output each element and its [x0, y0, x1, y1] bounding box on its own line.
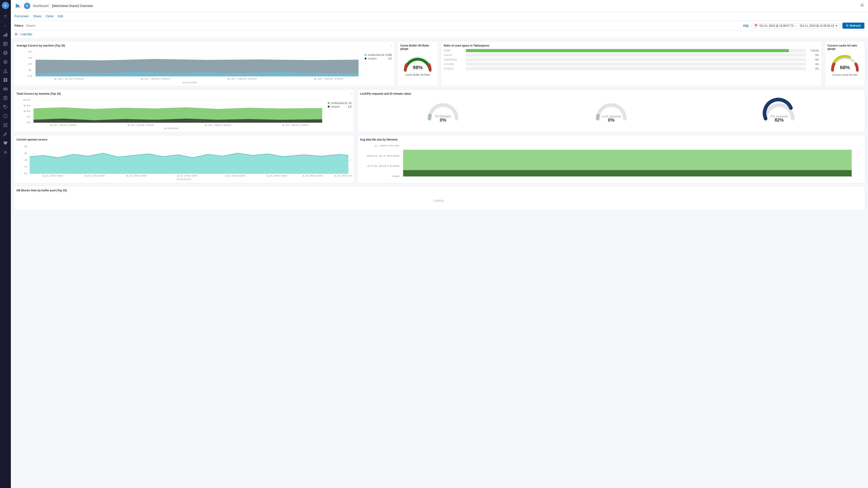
svg-text:0B: 0B — [392, 175, 399, 177]
svg-text:12:20:00: 12:20:00 — [140, 78, 170, 80]
panel-row-4: DB Blocks Gets by buffer pool (Top 10) L… — [13, 186, 865, 210]
ts-row-3: SYSTEM 0% — [444, 63, 819, 66]
svg-line-32 — [4, 126, 5, 126]
sidebar-icon-stack[interactable] — [1, 85, 9, 93]
search-input[interactable] — [26, 24, 741, 27]
sidebar-icon-tag[interactable] — [1, 103, 9, 111]
panel-avg-cursors-title: Average Cursors by machine (Top 10) — [17, 44, 392, 47]
panel-current-cursors: Current opened cursors 8 6 4 2 0 — [13, 135, 354, 183]
sidebar-icon-grid[interactable] — [1, 76, 9, 84]
sidebar-icon-layers[interactable] — [1, 58, 9, 66]
lock-requests-svg: Lock requests 0% — [593, 97, 629, 122]
edit-link[interactable]: Edit — [58, 14, 63, 18]
panel-lock-pin-io-title: Lock/Pin requests and IO reloads ratios — [360, 92, 862, 95]
svg-text:0: 0 — [28, 75, 32, 77]
svg-text:2: 2 — [28, 63, 32, 65]
filter-gear-icon[interactable]: ⚙ — [14, 32, 18, 36]
cursors-ratio-gauge-label: Cursors cache hit ratio — [833, 73, 857, 76]
svg-point-27 — [6, 123, 7, 124]
sidebar-icon-alert[interactable] — [1, 67, 9, 75]
sidebar-icon-table[interactable] — [1, 40, 9, 48]
svg-text:3: 3 — [28, 57, 32, 59]
svg-text:68%: 68% — [840, 65, 850, 70]
svg-text:12:15:00: 12:15:00 — [84, 175, 105, 177]
svg-text:12:25:00: 12:25:00 — [177, 175, 197, 177]
svg-text:12:20:00: 12:20:00 — [127, 124, 154, 126]
clone-link[interactable]: Clone — [46, 14, 53, 18]
sidebar-icon-chart[interactable] — [1, 31, 9, 39]
total-legend-item-1: mcastro 2.8 — [328, 105, 351, 108]
svg-line-30 — [4, 124, 5, 125]
svg-point-13 — [5, 72, 6, 72]
date-range-picker[interactable]: 📅 Oct 11, 2019 @ 12:08:07.73 → Oct 11, 2… — [752, 23, 840, 29]
svg-text:0%: 0% — [440, 118, 446, 122]
svg-point-36 — [862, 4, 863, 6]
refresh-icon: ↻ — [846, 24, 848, 27]
svg-text:12:30:00: 12:30:00 — [226, 78, 257, 80]
filters-label: Filters — [14, 24, 23, 27]
calendar-icon: 📅 — [754, 24, 758, 27]
sidebar-icon-heart[interactable] — [1, 139, 9, 147]
sidebar-icon-shield[interactable] — [1, 112, 9, 120]
panel-total-cursors: Total Cursors by machine (Top 10) 20 15 … — [13, 89, 354, 132]
sidebar-icon-globe[interactable] — [1, 49, 9, 57]
share-link[interactable]: Share — [33, 14, 41, 18]
ts-name-0: TEMP — [444, 49, 464, 52]
sidebar-icon-settings[interactable] — [1, 148, 9, 156]
sidebar-icon-docs[interactable] — [1, 94, 9, 102]
svg-text:12:10:00: 12:10:00 — [42, 175, 63, 177]
svg-text:0: 0 — [24, 172, 27, 175]
header-avatar[interactable]: D — [24, 3, 30, 9]
sub-header: Full screen Share Clone Edit — [11, 12, 868, 21]
svg-text:6: 6 — [24, 152, 27, 154]
panel-cache-buffer-title: Cache Buffer Hit Ratio gauge — [400, 44, 435, 51]
total-legend-name-1: mcastro — [331, 105, 346, 108]
panel-avg-file-size-title: Avg data file size by filename — [360, 138, 862, 141]
expand-icon-total-cursors[interactable]: › — [351, 92, 352, 95]
svg-line-33 — [6, 126, 6, 126]
kql-badge[interactable]: KQL — [743, 24, 749, 27]
svg-rect-18 — [4, 88, 7, 89]
expand-icon-avg-cursors[interactable]: › — [391, 43, 392, 47]
io-reloads-gauge: IO Reloads 0% — [360, 97, 526, 122]
svg-text:12:35:00: 12:35:00 — [266, 175, 287, 177]
current-cursors-x-label: per 30 seconds — [17, 178, 351, 180]
panel-cursors-ratio-title: Cursors cache hit ratio gauge — [828, 44, 862, 51]
refresh-button[interactable]: ↻ Refresh — [842, 23, 864, 29]
breadcrumb-root[interactable]: Dashboard — [33, 4, 49, 8]
dashboard-content: Average Cursors by machine (Top 10) 4 3 … — [11, 38, 868, 488]
svg-text:12:40:00: 12:40:00 — [302, 175, 323, 177]
panel-avg-cursors: Average Cursors by machine (Top 10) 4 3 … — [13, 41, 395, 87]
svg-text:12:40:00: 12:40:00 — [281, 124, 309, 126]
user-avatar[interactable]: D — [2, 2, 9, 9]
svg-text:0: 0 — [26, 121, 30, 124]
main-content: D Dashboard / [Metricbeat Oracle] Overvi… — [11, 0, 868, 488]
sidebar-icon-clock[interactable]: ⏱ — [1, 13, 9, 21]
ts-val-0: 7.813% — [808, 49, 819, 52]
svg-rect-19 — [4, 89, 7, 90]
svg-point-29 — [6, 126, 7, 127]
sidebar-icon-network[interactable] — [1, 121, 9, 129]
svg-text:12:30:00: 12:30:00 — [204, 124, 231, 126]
sidebar-icon-home[interactable]: ⌂ — [1, 22, 9, 30]
filters-bar: Filters KQL 📅 Oct 11, 2019 @ 12:08:07.73… — [11, 21, 868, 31]
add-filter-link[interactable]: + Add filter — [20, 33, 32, 36]
date-arrow: → — [796, 24, 798, 27]
pin-requests-gauge: Pin requests 82% — [696, 97, 862, 122]
svg-text:20: 20 — [23, 99, 30, 101]
ts-bar-bg-3 — [466, 63, 806, 66]
avg-file-size-chart: 1.397GB 953.674MB 476.837MB 0B — [360, 143, 862, 179]
header-settings-icon[interactable] — [860, 3, 864, 8]
fullscreen-link[interactable]: Full screen — [14, 14, 29, 18]
svg-text:12:40:00: 12:40:00 — [313, 78, 343, 80]
svg-text:12:10:00: 12:10:00 — [53, 78, 84, 80]
io-gauge-row: IO Reloads 0% Lock requests 0% — [360, 97, 862, 122]
panel-total-cursors-title: Total Cursors by machine (Top 10) — [17, 92, 351, 95]
svg-text:15: 15 — [23, 104, 30, 107]
collapse-icon[interactable]: ‹ — [350, 158, 351, 162]
cache-buffer-gauge: 98% — [402, 52, 434, 72]
svg-text:82%: 82% — [775, 118, 784, 122]
svg-text:0%: 0% — [608, 118, 614, 122]
avg-cursors-legend: 2ed9ac3a4c3d 0.293 mcastro 2.2 — [365, 49, 392, 60]
sidebar-icon-wrench[interactable] — [1, 130, 9, 138]
